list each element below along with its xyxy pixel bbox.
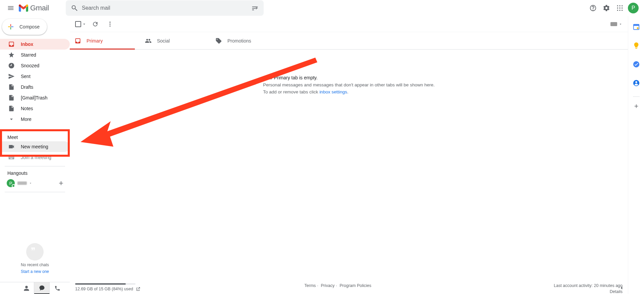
hangouts-chats-button[interactable] — [34, 282, 50, 294]
tasks-icon — [633, 61, 640, 68]
sidebar-item-sent[interactable]: Sent — [0, 71, 70, 82]
refresh-button[interactable] — [89, 18, 101, 30]
gmail-logo[interactable]: Gmail — [19, 4, 49, 12]
kebab-icon — [107, 21, 113, 27]
tab-label: Social — [157, 38, 170, 44]
tab-primary[interactable]: Primary — [70, 32, 140, 49]
send-icon — [8, 73, 15, 80]
help-icon — [589, 4, 597, 12]
google-apps-button[interactable] — [613, 1, 627, 15]
sidebar-item-label: New meeting — [21, 144, 48, 149]
new-chat-button[interactable] — [58, 180, 64, 187]
side-panel-expand-button[interactable] — [619, 285, 625, 292]
sidebar-item-label: Inbox — [21, 42, 33, 47]
account-activity-text: Last account activity: 20 minutes ago — [554, 283, 623, 288]
refresh-icon — [92, 21, 99, 27]
select-all-control[interactable] — [75, 21, 87, 27]
person-icon — [23, 285, 30, 291]
sidebar-item-starred[interactable]: Starred — [0, 50, 70, 60]
hangouts-calls-button[interactable] — [50, 282, 65, 294]
videocam-icon — [8, 143, 15, 150]
get-addons-button[interactable] — [630, 99, 643, 113]
mail-toolbar — [70, 16, 628, 32]
hangouts-contacts-button[interactable] — [19, 282, 34, 294]
keep-addon[interactable] — [630, 39, 643, 52]
svg-point-3 — [617, 7, 618, 8]
sidebar-item-drafts[interactable]: Drafts — [0, 82, 70, 92]
footer-privacy-link[interactable]: Privacy — [321, 283, 335, 288]
people-icon — [145, 38, 152, 44]
main-pane: Primary Social Promotions Your Primary t… — [70, 16, 628, 294]
sidebar-item-notes[interactable]: Notes — [0, 103, 70, 114]
svg-rect-14 — [633, 24, 639, 26]
presence-dot — [12, 184, 15, 188]
empty-subtitle: Personal messages and messages that don'… — [263, 82, 434, 87]
svg-point-7 — [619, 10, 620, 11]
star-icon — [8, 52, 15, 58]
keep-icon — [633, 42, 640, 49]
gear-icon — [603, 4, 610, 12]
caret-down-icon — [29, 181, 32, 185]
chevron-down-icon — [8, 116, 15, 123]
account-avatar[interactable]: P — [628, 3, 639, 13]
storage-bar — [75, 283, 136, 285]
search-options-button[interactable] — [248, 1, 262, 15]
meet-join-meeting[interactable]: Join a meeting — [0, 152, 70, 163]
account-details-link[interactable]: Details — [535, 289, 623, 294]
sidebar-item-gmail-trash[interactable]: [Gmail]Trash — [0, 92, 70, 103]
inbox-icon — [8, 41, 15, 48]
svg-point-5 — [622, 7, 623, 8]
footer: 12.69 GB of 15 GB (84%) used Terms· Priv… — [70, 281, 628, 294]
header-tools: P — [586, 1, 641, 15]
search-button[interactable] — [68, 1, 81, 15]
tab-promotions[interactable]: Promotions — [211, 32, 281, 49]
svg-point-9 — [109, 21, 110, 22]
tab-label: Primary — [87, 38, 103, 44]
empty-title: Your Primary tab is empty. — [263, 75, 434, 80]
keyboard-chip-icon — [610, 22, 617, 26]
footer-policies-link[interactable]: Program Policies — [339, 283, 371, 288]
hamburger-icon — [7, 4, 14, 12]
tab-label: Promotions — [227, 38, 251, 44]
search-bar — [66, 0, 264, 16]
caret-down-icon — [82, 22, 87, 26]
start-new-chat-link[interactable]: Start a new one — [21, 269, 49, 274]
svg-rect-15 — [637, 27, 638, 29]
main-menu-button[interactable] — [3, 0, 19, 16]
svg-point-0 — [617, 5, 618, 6]
clock-icon — [8, 62, 15, 69]
storage-block: 12.69 GB of 15 GB (84%) used — [75, 283, 141, 294]
more-actions-button[interactable] — [104, 18, 116, 30]
chat-bubble-icon — [26, 243, 44, 261]
keyboard-icon — [8, 154, 15, 161]
support-button[interactable] — [586, 1, 600, 15]
sidebar-item-more[interactable]: More — [0, 114, 70, 125]
meet-new-meeting[interactable]: New meeting — [0, 141, 70, 152]
file-icon — [8, 105, 15, 112]
hangouts-self-row[interactable]: P — [0, 178, 70, 189]
svg-point-6 — [617, 10, 618, 11]
sidebar-item-snoozed[interactable]: Snoozed — [0, 60, 70, 71]
svg-point-10 — [109, 23, 110, 24]
hangouts-username-redacted — [17, 181, 27, 185]
compose-button[interactable]: Compose — [2, 19, 47, 35]
settings-button[interactable] — [600, 1, 613, 15]
input-tools-button[interactable] — [610, 22, 623, 26]
chevron-left-icon — [619, 285, 625, 291]
tasks-addon[interactable] — [630, 58, 643, 71]
tab-social[interactable]: Social — [140, 32, 211, 49]
search-input[interactable] — [81, 5, 248, 11]
calendar-icon — [633, 23, 640, 30]
plus-icon — [633, 103, 639, 109]
open-in-new-icon[interactable] — [136, 287, 141, 291]
sidebar-item-label: Sent — [21, 74, 31, 79]
contacts-addon[interactable] — [630, 76, 643, 90]
hangouts-bottom-bar — [0, 282, 70, 294]
calendar-addon[interactable] — [630, 20, 643, 33]
storage-text: 12.69 GB of 15 GB (84%) used — [75, 287, 133, 291]
footer-terms-link[interactable]: Terms — [305, 283, 316, 288]
inbox-settings-link[interactable]: inbox settings — [319, 89, 347, 94]
sidebar-item-inbox[interactable]: Inbox — [0, 39, 70, 50]
empty-state: Your Primary tab is empty. Personal mess… — [70, 50, 628, 96]
plus-icon — [7, 23, 15, 31]
